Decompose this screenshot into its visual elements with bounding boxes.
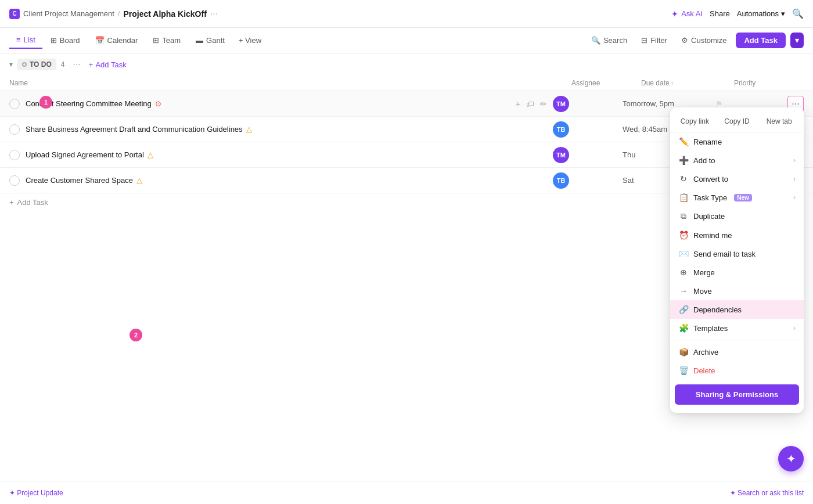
tab-list[interactable]: ≡ List (9, 32, 42, 49)
breadcrumb-sep: / (118, 9, 120, 18)
topbar-right: ✦ Ask AI Share Automations ▾ 🔍 (671, 8, 804, 19)
step-badge-1: 1 (39, 96, 52, 109)
tab-board[interactable]: ⊞ Board (44, 33, 87, 48)
ctx-item-icon: ➕ (678, 156, 689, 165)
new-badge: New (734, 194, 752, 201)
nav-tabs: ≡ List ⊞ Board 📅 Calendar ⊞ Team ▬ Gantt… (0, 28, 813, 53)
ctx-item-icon: ✏️ (678, 137, 689, 146)
add-task-inline-label: Add Task (95, 60, 126, 69)
sort-arrow-icon: ↑ (671, 80, 674, 87)
assignee-cell: TM (553, 96, 623, 112)
plus-icon: + (9, 198, 14, 207)
add-view-label: + View (239, 36, 261, 45)
context-menu-items: ✏️ Rename ➕ Add to › ↻ Convert to › 📋 Ta… (670, 132, 804, 211)
search-label: Search (603, 36, 627, 45)
settings-icon: ⚙ (681, 36, 688, 45)
task-name-text[interactable]: Upload Signed Agreement to Portal (26, 150, 144, 159)
automations-button[interactable]: Automations ▾ (737, 9, 785, 18)
tab-team[interactable]: ⊞ Team (146, 33, 188, 48)
ctx-item-label: Rename (693, 138, 722, 146)
tab-team-label: Team (162, 36, 181, 45)
filter-button[interactable]: ⊟ Filter (636, 33, 672, 48)
add-task-inline-button[interactable]: + Add Task (89, 60, 127, 69)
add-icon[interactable]: + (515, 98, 521, 110)
task-actions: + 🏷 ✏ (515, 98, 548, 110)
filter-label: Filter (650, 36, 667, 45)
task-name: Upload Signed Agreement to Portal △ (26, 150, 553, 159)
ctx-menu-item-task-type[interactable]: 📋 Task Type New › (670, 188, 804, 207)
assignee-cell: TB (553, 172, 623, 189)
topbar: C Client Project Management / Project Al… (0, 0, 813, 28)
chevron-right-icon: › (793, 193, 796, 201)
page-options-button[interactable]: ··· (210, 9, 218, 19)
ctx-menu-item-add-to[interactable]: ➕ Add to › (670, 151, 804, 170)
customize-button[interactable]: ⚙ Customize (677, 33, 731, 48)
task-checkbox[interactable] (9, 175, 20, 186)
tab-calendar-label: Calendar (107, 36, 138, 45)
breadcrumb-project[interactable]: Client Project Management (23, 9, 114, 18)
ctx-tab-copy-link[interactable]: Copy link (675, 114, 715, 128)
search-icon[interactable]: 🔍 (792, 8, 804, 19)
ctx-menu-item-convert-to[interactable]: ↻ Convert to › (670, 170, 804, 188)
team-icon: ⊞ (153, 36, 159, 45)
avatar[interactable]: TB (553, 121, 569, 138)
tab-gantt-label: Gantt (206, 36, 225, 45)
gantt-icon: ▬ (196, 36, 203, 45)
avatar[interactable]: TM (553, 147, 569, 163)
plus-icon: + (89, 60, 93, 69)
context-menu-tabs: Copy link Copy ID New tab (670, 111, 804, 132)
ctx-item-icon: 📋 (678, 193, 689, 202)
ctx-menu-item-rename[interactable]: ✏️ Rename (670, 132, 804, 151)
share-button[interactable]: Share (710, 9, 730, 18)
task-checkbox[interactable] (9, 124, 20, 135)
chevron-right-icon: › (793, 156, 796, 164)
tab-gantt[interactable]: ▬ Gantt (189, 33, 232, 48)
add-task-button[interactable]: Add Task (736, 33, 786, 48)
tab-calendar[interactable]: 📅 Calendar (88, 33, 145, 48)
assignee-cell: TB (553, 121, 623, 138)
group-header: ▾ TO DO 4 ··· + Add Task (0, 53, 813, 75)
task-name: Conduct Steering Committee Meeting ⊙ (26, 99, 515, 108)
warning-icon: △ (136, 176, 142, 185)
ctx-menu-item-duplicate[interactable]: ⧉ Duplicate (670, 207, 804, 211)
project-icon: C (9, 9, 20, 19)
task-name-text[interactable]: Create Customer Shared Space (26, 176, 133, 185)
add-task-row-label: Add Task (17, 198, 48, 207)
topbar-left: C Client Project Management / Project Al… (9, 9, 218, 19)
avatar[interactable]: TB (553, 172, 569, 189)
tab-board-label: Board (60, 36, 80, 45)
ctx-item-label: Convert to (693, 175, 728, 183)
ctx-tab-copy-id[interactable]: Copy ID (717, 114, 757, 128)
task-name-text[interactable]: Share Business Agreement Draft and Commu… (26, 125, 243, 134)
avatar[interactable]: TM (553, 96, 569, 112)
add-view-button[interactable]: + View (233, 33, 267, 48)
col-name-header: Name (9, 79, 571, 87)
ai-icon: ✦ (671, 9, 678, 19)
ask-ai-button[interactable]: ✦ Ask AI (671, 9, 703, 19)
search-button[interactable]: 🔍 Search (587, 33, 632, 48)
ctx-item-label: Add to (693, 156, 715, 165)
search-nav-icon: 🔍 (591, 36, 600, 45)
context-menu: Copy link Copy ID New tab ✏️ Rename ➕ Ad… (670, 107, 804, 211)
task-checkbox[interactable] (9, 150, 20, 160)
add-task-chevron-button[interactable]: ▾ (790, 33, 804, 48)
count-badge: 4 (61, 60, 65, 69)
board-icon: ⊞ (51, 36, 57, 45)
table-header: Name Assignee Due date ↑ Priority (0, 75, 813, 91)
collapse-arrow[interactable]: ▾ (9, 60, 13, 69)
ctx-item-left: ↻ Convert to (678, 174, 728, 183)
col-duedate-header[interactable]: Due date ↑ (641, 79, 734, 87)
group-more-button[interactable]: ··· (69, 58, 84, 71)
status-badge: TO DO (17, 59, 56, 70)
ctx-tab-new-tab[interactable]: New tab (759, 114, 799, 128)
automations-label: Automations (737, 9, 779, 18)
edit-icon[interactable]: ✏ (539, 98, 548, 110)
page-name: Project Alpha KickOff (123, 9, 206, 19)
tab-list-label: List (24, 35, 35, 44)
chevron-right-icon: › (793, 175, 796, 183)
status-dot (22, 62, 27, 67)
ask-ai-label: Ask AI (681, 9, 703, 18)
tag-icon[interactable]: 🏷 (525, 98, 535, 110)
task-checkbox[interactable] (9, 99, 20, 109)
warning-icon: △ (148, 150, 153, 159)
